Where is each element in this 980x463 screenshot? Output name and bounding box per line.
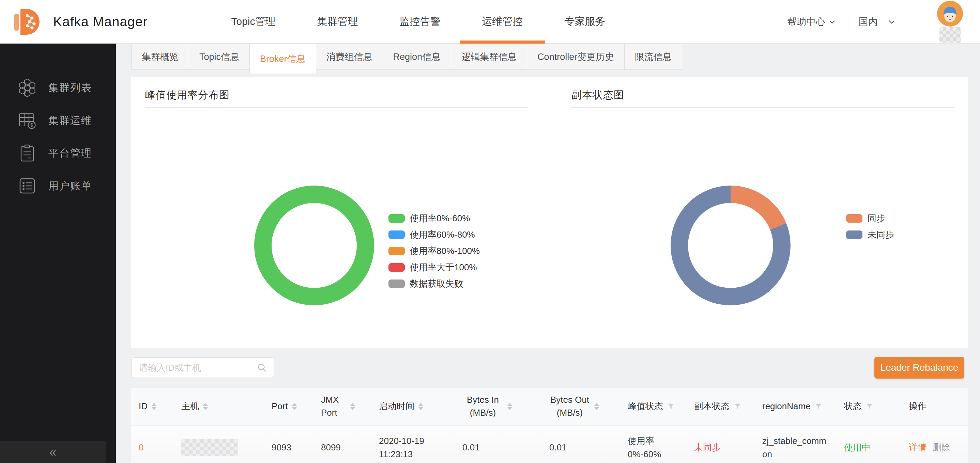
nav-topic-management[interactable]: Topic管理 (231, 0, 276, 44)
active-nav-underline (460, 41, 545, 44)
brand-title: Kafka Manager (53, 14, 148, 29)
col-status[interactable]: 状态 (837, 388, 901, 425)
legend-swatch (388, 230, 405, 239)
delete-link[interactable]: 删除 (932, 441, 950, 454)
cell-bytes-out: 0.01 (542, 425, 620, 463)
legend-swatch (388, 263, 405, 272)
main-nav: Topic管理 集群管理 监控告警 运维管控 专家服务 (231, 0, 647, 44)
peak-usage-chart-title: 峰值使用率分布图 (145, 88, 230, 102)
tab-throttle-info[interactable]: 限流信息 (624, 44, 682, 70)
sort-icon[interactable] (508, 403, 512, 410)
brand: Kafka Manager (14, 6, 148, 38)
legend-item[interactable]: 使用率0%-60% (388, 210, 480, 227)
sort-icon[interactable] (292, 403, 297, 410)
sidebar-collapse-button[interactable]: « (0, 441, 106, 463)
sort-icon[interactable] (203, 403, 208, 410)
sidebar-item-label: 用户账单 (48, 179, 92, 193)
cell-port: 9093 (264, 425, 313, 463)
col-port[interactable]: Port (264, 388, 313, 425)
sort-icon[interactable] (418, 403, 423, 410)
cell-start-time: 2020-10-19 11:23:13 (371, 425, 426, 463)
sidebar-item-platform-admin[interactable]: 平台管理 (0, 137, 116, 170)
broker-table: ID 主机 Port JMX Port 启动时间 Bytes In (MB/s)… (131, 388, 968, 463)
nav-monitor-alert[interactable]: 监控告警 (400, 0, 441, 44)
sort-icon[interactable] (152, 403, 156, 410)
legend-item[interactable]: 使用率60%-80% (388, 227, 480, 243)
cell-id: 0 (131, 425, 174, 463)
tab-cluster-overview[interactable]: 集群概览 (131, 44, 189, 70)
broker-id-link[interactable]: 0 (139, 441, 143, 454)
filter-icon[interactable] (866, 403, 873, 410)
sidebar-item-label: 集群列表 (48, 81, 92, 95)
cell-bytes-in: 0.01 (455, 425, 542, 463)
legend-swatch (388, 214, 405, 223)
sort-icon[interactable] (350, 403, 355, 410)
tab-topic-info[interactable]: Topic信息 (189, 44, 250, 70)
table-row: 0 9093 8099 2020-10-19 11:23:13 0.01 0.0… (131, 425, 968, 463)
tab-broker-info[interactable]: Broker信息 (250, 44, 316, 73)
filter-icon[interactable] (815, 403, 822, 410)
legend-item[interactable]: 未同步 (846, 227, 894, 243)
user-billing-icon (18, 176, 37, 195)
leader-rebalance-button[interactable]: Leader Rebalance (874, 357, 964, 379)
cell-host (174, 425, 264, 463)
legend-item[interactable]: 数据获取失败 (388, 276, 480, 292)
col-actions: 操作 (901, 388, 968, 425)
legend-swatch (846, 230, 862, 239)
legend-item[interactable]: 同步 (846, 210, 894, 227)
tab-controller-history[interactable]: Controller变更历史 (527, 44, 625, 70)
help-center-menu[interactable]: 帮助中心 (787, 15, 836, 28)
cell-replica-status: 未同步 (687, 425, 755, 463)
svg-text:$: $ (30, 122, 33, 128)
col-start-time[interactable]: 启动时间 (371, 388, 455, 425)
avatar-image (937, 1, 963, 27)
main-content: 集群概览 Topic信息 Broker信息 消费组信息 Region信息 逻辑集… (116, 44, 980, 463)
cell-jmx-port: 8099 (313, 425, 371, 463)
cluster-tabs: 集群概览 Topic信息 Broker信息 消费组信息 Region信息 逻辑集… (131, 44, 682, 73)
col-replica-status[interactable]: 副本状态 (687, 388, 755, 425)
legend-swatch (846, 214, 862, 223)
app-header: Kafka Manager Topic管理 集群管理 监控告警 运维管控 专家服… (0, 0, 980, 44)
nav-ops-control[interactable]: 运维管控 (482, 0, 523, 44)
replica-status-chart-title: 副本状态图 (571, 88, 624, 102)
user-avatar[interactable] (937, 1, 963, 43)
nav-expert-service[interactable]: 专家服务 (565, 0, 606, 44)
sidebar-item-cluster-ops[interactable]: $ 集群运维 (0, 104, 116, 137)
sort-icon[interactable] (594, 403, 599, 410)
col-id[interactable]: ID (131, 388, 174, 425)
header-right: 帮助中心 国内 (787, 1, 963, 43)
broker-table-header: ID 主机 Port JMX Port 启动时间 Bytes In (MB/s)… (131, 388, 968, 425)
filter-icon[interactable] (733, 403, 741, 410)
sidebar-item-label: 平台管理 (48, 146, 92, 160)
cluster-list-icon (18, 78, 37, 97)
kafka-manager-logo (14, 6, 42, 38)
nav-cluster-management[interactable]: 集群管理 (317, 0, 358, 44)
divider (145, 107, 528, 108)
peak-usage-donut-chart (254, 186, 374, 305)
legend-swatch (388, 247, 405, 255)
broker-search-box (131, 357, 274, 378)
col-bytes-out[interactable]: Bytes Out (MB/s) (542, 388, 620, 425)
col-host[interactable]: 主机 (174, 388, 264, 425)
tab-consumer-group-info[interactable]: 消费组信息 (316, 44, 383, 70)
col-jmx-port[interactable]: JMX Port (313, 388, 371, 425)
tab-region-info[interactable]: Region信息 (383, 44, 452, 70)
search-icon[interactable] (257, 363, 267, 373)
detail-link[interactable]: 详情 (909, 441, 926, 454)
col-peak-status[interactable]: 峰值状态 (620, 388, 687, 425)
sidebar-item-cluster-list[interactable]: 集群列表 (0, 71, 116, 104)
col-region-name[interactable]: regionName (755, 388, 837, 425)
sidebar-item-user-billing[interactable]: 用户账单 (0, 170, 116, 202)
col-bytes-in[interactable]: Bytes In (MB/s) (455, 388, 542, 425)
cluster-ops-icon: $ (18, 111, 37, 130)
legend-item[interactable]: 使用率80%-100% (388, 243, 480, 259)
sidebar-item-label: 集群运维 (48, 114, 92, 128)
cell-peak-status: 使用率 0%-60% (620, 425, 668, 463)
cell-actions: 详情 删除 (901, 425, 968, 463)
tab-logical-cluster-info[interactable]: 逻辑集群信息 (451, 44, 527, 70)
legend-swatch (388, 279, 405, 288)
search-input[interactable] (132, 363, 257, 373)
legend-item[interactable]: 使用率大于100% (388, 259, 480, 276)
filter-icon[interactable] (667, 403, 675, 410)
region-selector[interactable]: 国内 (859, 15, 896, 28)
